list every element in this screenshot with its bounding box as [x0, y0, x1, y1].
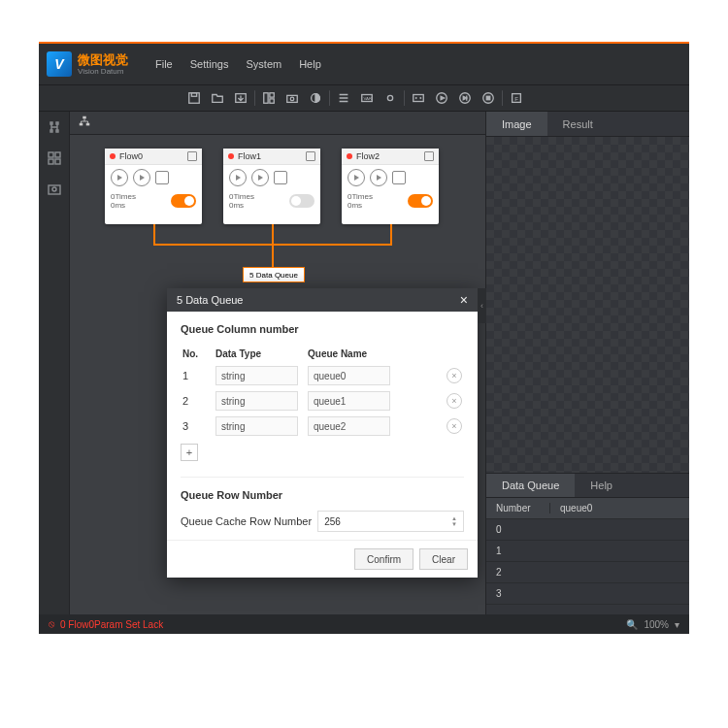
play-once-icon[interactable]	[347, 169, 365, 186]
tab-help[interactable]: Help	[575, 474, 628, 497]
menu-system[interactable]: System	[246, 58, 281, 70]
grid-col-number: Number	[486, 503, 549, 513]
data-type-input[interactable]	[215, 391, 298, 411]
col-type: Data Type	[214, 345, 306, 363]
flow-toggle[interactable]	[408, 194, 433, 208]
snap-icon[interactable]	[45, 180, 64, 199]
play-loop-icon[interactable]	[133, 169, 150, 186]
stop-icon[interactable]	[479, 88, 498, 108]
node-expand-icon[interactable]	[306, 151, 315, 161]
layout-icon[interactable]	[259, 88, 279, 108]
node-expand-icon[interactable]	[424, 151, 434, 161]
save-icon[interactable]	[184, 88, 204, 108]
flow-node-2[interactable]: Flow2 0Times0ms	[342, 149, 439, 224]
play-once-icon[interactable]	[229, 169, 247, 186]
svg-rect-25	[80, 122, 83, 125]
data-type-input[interactable]	[215, 416, 298, 436]
grid-cell[interactable]: 2	[486, 567, 549, 578]
menu-file[interactable]: File	[155, 58, 173, 70]
flow-toggle[interactable]	[171, 194, 196, 208]
status-message: 0 Flow0Param Set Lack	[60, 619, 163, 630]
delete-row-icon[interactable]: ×	[447, 368, 462, 383]
tab-image[interactable]: Image	[486, 112, 547, 136]
record-dot-icon	[347, 153, 352, 159]
flow-times: 0Times	[347, 192, 373, 201]
close-icon[interactable]: ×	[460, 292, 468, 308]
zoom-value: 100%	[644, 619, 669, 630]
menu-settings[interactable]: Settings	[190, 58, 229, 70]
delete-row-icon[interactable]: ×	[447, 393, 462, 409]
tab-result[interactable]: Result	[547, 112, 609, 136]
node-expand-icon[interactable]	[187, 151, 197, 161]
play-icon[interactable]	[432, 88, 451, 108]
svg-text:F: F	[514, 95, 518, 102]
stop-icon[interactable]	[392, 171, 406, 184]
link-icon[interactable]	[381, 88, 400, 108]
svg-text:VAR: VAR	[364, 96, 373, 101]
connector	[390, 224, 392, 246]
svg-point-23	[52, 187, 56, 191]
separator	[329, 90, 330, 106]
chevron-down-icon[interactable]: ▾	[675, 619, 679, 630]
section-row-title: Queue Row Number	[181, 489, 464, 501]
zoom-out-icon[interactable]: 🔍	[626, 619, 638, 630]
spinner-arrows-icon[interactable]: ▲▼	[451, 515, 457, 527]
data-queue-node[interactable]: 5 Data Queue	[243, 267, 305, 282]
cache-row-input[interactable]: 256 ▲▼	[317, 511, 464, 532]
grid-col-queue: queue0	[549, 503, 689, 513]
var-icon[interactable]: VAR	[357, 88, 377, 108]
tab-data-queue[interactable]: Data Queue	[486, 474, 575, 497]
flow-toggle[interactable]	[289, 194, 314, 208]
separator	[502, 90, 503, 106]
flow-tree-icon[interactable]	[78, 115, 91, 132]
tree-icon[interactable]	[45, 117, 64, 137]
camera-icon[interactable]	[282, 88, 302, 108]
play-once-icon[interactable]	[111, 169, 128, 186]
data-type-input[interactable]	[215, 366, 298, 385]
grid-cell[interactable]: 1	[486, 546, 549, 556]
svg-rect-19	[55, 152, 60, 157]
grid-cell[interactable]: 0	[486, 524, 549, 535]
play-loop-icon[interactable]	[455, 88, 475, 108]
contrast-icon[interactable]	[306, 88, 325, 108]
code-icon[interactable]	[409, 88, 428, 108]
delete-row-icon[interactable]: ×	[447, 418, 462, 434]
list-icon[interactable]	[334, 88, 353, 108]
queue-name-input[interactable]	[308, 391, 390, 411]
add-row-button[interactable]: +	[181, 444, 198, 461]
row-no: 2	[181, 388, 214, 414]
clear-button[interactable]: Clear	[419, 548, 468, 570]
flow-ms: 0ms	[347, 201, 373, 210]
menu-help[interactable]: Help	[299, 58, 321, 70]
stop-icon[interactable]	[274, 171, 287, 184]
flow-canvas[interactable]: Flow0 0Times0ms Flow1 0Times0ms Flow2 0T…	[70, 135, 485, 614]
image-preview[interactable]: ‹	[486, 137, 689, 473]
export-icon[interactable]	[231, 88, 250, 108]
play-loop-icon[interactable]	[251, 169, 269, 186]
stop-icon[interactable]	[155, 171, 169, 184]
queue-name-input[interactable]	[308, 416, 390, 436]
grid-cell[interactable]: 3	[486, 588, 549, 599]
collapse-handle-icon[interactable]: ‹	[478, 288, 486, 323]
row-no: 1	[181, 363, 214, 388]
flow-node-1[interactable]: Flow1 0Times0ms	[223, 149, 320, 224]
canvas-toolbar	[70, 112, 485, 135]
separator	[254, 90, 255, 106]
fullscreen-icon[interactable]: F	[507, 88, 526, 108]
svg-rect-15	[486, 96, 490, 100]
dialog-titlebar[interactable]: 5 Data Queue ×	[167, 288, 478, 312]
svg-rect-26	[86, 122, 90, 125]
connector	[272, 224, 274, 246]
separator	[404, 90, 405, 106]
modules-icon[interactable]	[45, 149, 64, 168]
open-icon[interactable]	[208, 88, 227, 108]
confirm-button[interactable]: Confirm	[354, 548, 414, 570]
flow-node-0[interactable]: Flow0 0Times0ms	[105, 149, 202, 224]
queue-name-input[interactable]	[308, 366, 390, 385]
col-name: Queue Name	[306, 345, 445, 363]
record-dot-icon	[110, 153, 116, 159]
queue-row: 2 ×	[181, 388, 464, 414]
cache-row-label: Queue Cache Row Number	[181, 515, 312, 527]
play-loop-icon[interactable]	[370, 169, 387, 186]
title-bar: V 微图视觉 Vision Datum File Settings System…	[39, 44, 689, 84]
